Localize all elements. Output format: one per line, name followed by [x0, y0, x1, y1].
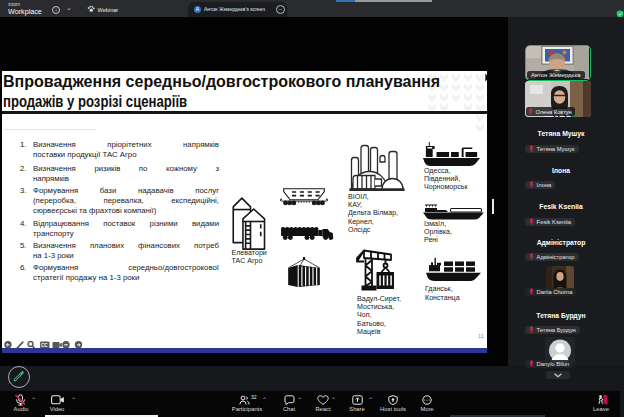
svg-text:CC: CC: [41, 342, 48, 347]
svg-text:1: 1: [61, 397, 64, 403]
